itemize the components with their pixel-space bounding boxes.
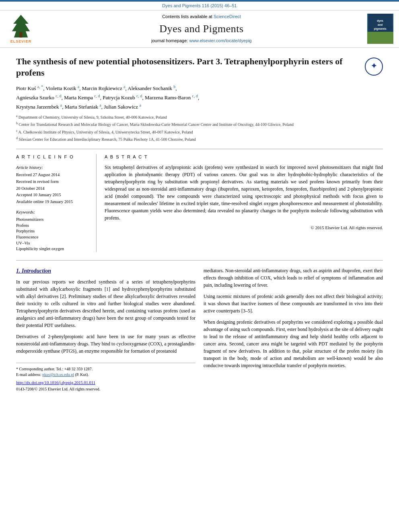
email-link[interactable]: pkus@ich.us.edu.pl <box>42 372 74 377</box>
copyright-line: © 2015 Elsevier Ltd. All rights reserved… <box>105 225 383 231</box>
keyword-2: Profens <box>16 223 90 229</box>
journal-logo-box: dyes and pigments <box>367 14 393 44</box>
affiliation-d: d Silesian Center for Education and Inte… <box>16 136 383 142</box>
affiliation-a: a Department of Chemistry, University of… <box>16 114 383 120</box>
keyword-3: Porphyrins <box>16 228 90 234</box>
article-title: The synthesis of new potential photosens… <box>16 56 361 79</box>
citation-bar: Dyes and Pigments 116 (2015) 46–51 <box>0 2 399 10</box>
abstract-text: Six tetraphenyl derivatives of arylpropi… <box>105 164 383 222</box>
available-date: Available online 19 January 2015 <box>16 199 90 205</box>
right-paragraph-2: Using racemic mixtures of profenic acids… <box>204 293 383 314</box>
svg-point-8 <box>371 34 377 40</box>
journal-logo-image: dyes and pigments <box>368 14 392 44</box>
main-content: The synthesis of new potential photosens… <box>0 48 399 401</box>
corresponding-text: * Corresponding author. Tel.: +48 32 359… <box>16 367 93 371</box>
article-info-heading: A R T I C L E I N F O <box>16 154 90 160</box>
right-paragraph-3: When designing profenic derivatives of p… <box>204 318 383 369</box>
footer-section: * Corresponding author. Tel.: +48 32 359… <box>16 363 195 392</box>
keyword-6: Lipophilicity singlet oxygen <box>16 246 90 252</box>
received-date: Received 27 August 2014 <box>16 172 90 178</box>
history-label: Article history: <box>16 164 90 170</box>
article-title-section: The synthesis of new potential photosens… <box>16 56 383 79</box>
svg-point-10 <box>385 35 391 41</box>
keyword-5: UV–Vis <box>16 240 90 246</box>
elsevier-label: ELSEVIER <box>10 39 32 44</box>
homepage-line: journal homepage: www.elsevier.com/locat… <box>151 38 251 44</box>
keywords-label: Keywords: <box>16 209 90 215</box>
keyword-4: Fluorescence <box>16 234 90 240</box>
introduction-heading: 1. Introduction <box>16 267 195 275</box>
journal-center: Contents lists available at ScienceDirec… <box>41 14 362 44</box>
journal-header: ELSEVIER Contents lists available at Sci… <box>0 10 399 47</box>
contents-text: Contents lists available at <box>162 14 212 19</box>
sciencedirect-link[interactable]: ScienceDirect <box>214 14 241 19</box>
email-suffix: (P. Kuś). <box>75 372 89 377</box>
article-info-column: A R T I C L E I N F O Article history: R… <box>16 154 97 252</box>
right-paragraph-1: mediators. Non-steroidal anti-inflammato… <box>204 267 383 289</box>
journal-title: Dyes and Pigments <box>159 22 243 36</box>
svg-text:pigments: pigments <box>374 27 386 31</box>
intro-paragraph-1: In our previous reports we described syn… <box>16 278 195 329</box>
authors-line: Piotr Kuś a, *, Violetta Kozik a, Marcin… <box>16 84 383 111</box>
affiliation-c: c A. Chełkowski Institute of Physics, Un… <box>16 129 383 135</box>
body-right-column: mediators. Non-steroidal anti-inflammato… <box>204 267 383 392</box>
homepage-label: journal homepage: <box>151 38 188 43</box>
revised-date: 20 October 2014 <box>16 186 90 192</box>
email-label: E-mail address: <box>16 372 41 377</box>
svg-rect-2 <box>20 32 23 37</box>
svg-text:and: and <box>378 23 383 26</box>
citation-text: Dyes and Pigments 116 (2015) 46–51 <box>162 3 237 8</box>
crossmark-icon: ✦ <box>371 61 377 71</box>
homepage-link[interactable]: www.elsevier.com/locate/dyepig <box>189 38 251 43</box>
svg-text:dyes: dyes <box>377 19 383 23</box>
elsevier-tree-icon <box>9 14 33 38</box>
elsevier-logo: ELSEVIER <box>5 14 37 44</box>
info-abstract-columns: A R T I C L E I N F O Article history: R… <box>16 149 383 252</box>
affiliation-b: b Center for Translational Research and … <box>16 121 383 127</box>
intro-paragraph-2: Derivatives of 2-phenylpropionic acid ha… <box>16 333 195 355</box>
crossmark-badge[interactable]: ✦ <box>365 58 383 76</box>
email-line: E-mail address: pkus@ich.us.edu.pl (P. K… <box>16 372 195 378</box>
doi-line: http://dx.doi.org/10.1016/j.dyepig.2015.… <box>16 380 195 386</box>
keyword-1: Photosensitizers <box>16 217 90 223</box>
body-content: 1. Introduction In our previous reports … <box>16 260 383 392</box>
svg-rect-7 <box>368 33 392 44</box>
doi-link[interactable]: http://dx.doi.org/10.1016/j.dyepig.2015.… <box>16 380 95 385</box>
abstract-column: A B S T R A C T Six tetraphenyl derivati… <box>105 154 383 252</box>
journal-logo-right: dyes and pigments <box>366 14 394 44</box>
abstract-heading: A B S T R A C T <box>105 154 383 160</box>
revised-label: Received in revised form <box>16 179 90 185</box>
sciencedirect-line: Contents lists available at ScienceDirec… <box>162 14 241 20</box>
svg-point-9 <box>378 32 386 40</box>
accepted-date: Accepted 10 January 2015 <box>16 192 90 198</box>
corresponding-note: * Corresponding author. Tel.: +48 32 359… <box>16 366 195 372</box>
body-left-column: 1. Introduction In our previous reports … <box>16 267 195 392</box>
affiliations: a Department of Chemistry, University of… <box>16 114 383 142</box>
issn-line: 0143-7208/© 2015 Elsevier Ltd. All right… <box>16 386 195 392</box>
